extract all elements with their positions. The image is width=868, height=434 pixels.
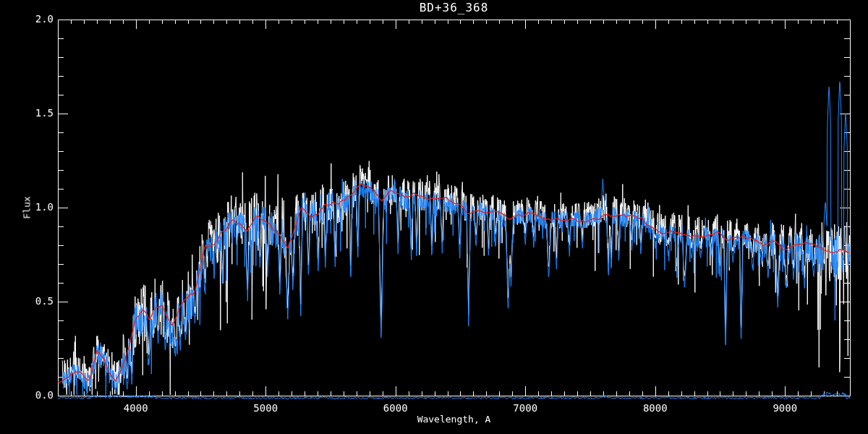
x-tick-label-4000: 4000 xyxy=(111,402,161,414)
y-tick-label-1.5: 1.5 xyxy=(17,107,54,119)
plot-title: BD+36_368 xyxy=(58,1,850,14)
spectrum-plot-window: BD+36_368 Flux Wavelength, A 0.00.51.01.… xyxy=(0,0,868,434)
y-tick-label-2.0: 2.0 xyxy=(17,13,54,25)
spectrum-plot-canvas xyxy=(0,0,868,434)
x-tick-label-9000: 9000 xyxy=(760,402,810,414)
y-tick-label-0.5: 0.5 xyxy=(17,295,54,307)
x-tick-label-8000: 8000 xyxy=(630,402,681,414)
x-tick-label-7000: 7000 xyxy=(500,402,550,414)
y-tick-label-1.0: 1.0 xyxy=(17,201,54,213)
x-tick-label-6000: 6000 xyxy=(370,402,421,414)
y-tick-label-0.0: 0.0 xyxy=(17,389,54,401)
x-tick-label-5000: 5000 xyxy=(240,402,291,414)
x-axis-label: Wavelength, A xyxy=(58,414,850,425)
